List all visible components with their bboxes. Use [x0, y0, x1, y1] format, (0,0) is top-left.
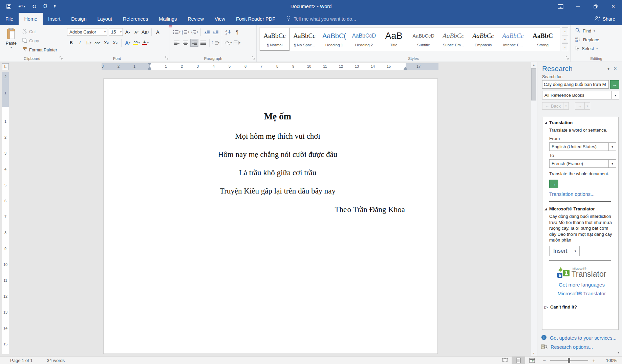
superscript-button[interactable]: X2: [111, 39, 119, 47]
font-color-button[interactable]: A▾: [141, 39, 149, 47]
tab-layout[interactable]: Layout: [92, 13, 117, 25]
paste-button[interactable]: Paste ▾: [3, 28, 20, 49]
redo-button[interactable]: ↻: [32, 3, 36, 10]
line-spacing-button[interactable]: ▾: [212, 39, 220, 47]
underline-dropdown-icon[interactable]: ▾: [90, 41, 91, 44]
borders-button[interactable]: ▾: [233, 39, 241, 47]
reference-source-select[interactable]: All Reference Books ▾: [542, 91, 619, 99]
tab-mailings[interactable]: Mailings: [153, 13, 182, 25]
undo-button[interactable]: ↶▾: [18, 3, 25, 10]
find-button[interactable]: Find ▾: [575, 28, 622, 34]
font-size-combobox[interactable]: 15▾: [109, 28, 123, 36]
font-dialog-launcher-icon[interactable]: [165, 56, 169, 60]
document-scrollbar[interactable]: ▴ ▾: [530, 62, 537, 356]
find-dropdown-icon[interactable]: ▾: [594, 29, 595, 32]
insert-dropdown-icon[interactable]: ▾: [571, 246, 580, 256]
paste-dropdown-icon[interactable]: ▾: [3, 46, 20, 49]
shading-dropdown-icon[interactable]: ▾: [231, 41, 232, 44]
web-layout-button[interactable]: [525, 357, 539, 364]
from-language-dropdown-icon[interactable]: ▾: [608, 143, 616, 151]
font-name-dropdown-icon[interactable]: ▾: [103, 30, 106, 33]
get-more-languages-link[interactable]: Get more languages: [549, 282, 614, 288]
select-button[interactable]: Select ▾: [575, 45, 622, 51]
zoom-out-button[interactable]: −: [539, 358, 550, 363]
scrollbar-thumb[interactable]: [531, 68, 536, 100]
zoom-level[interactable]: 100%: [600, 358, 617, 363]
tab-design[interactable]: Design: [66, 13, 92, 25]
reference-source-dropdown-icon[interactable]: ▾: [612, 91, 619, 99]
subscript-button[interactable]: X2: [102, 39, 110, 47]
align-left-button[interactable]: [173, 39, 181, 47]
tab-references[interactable]: References: [117, 13, 153, 25]
scroll-up-icon[interactable]: ▴: [531, 62, 537, 68]
format-painter-button[interactable]: Format Painter: [22, 47, 57, 53]
copy-button[interactable]: Copy: [22, 38, 57, 44]
to-language-dropdown-icon[interactable]: ▾: [608, 160, 616, 167]
share-button[interactable]: Share: [594, 13, 615, 25]
search-go-button[interactable]: →: [610, 80, 619, 89]
cut-button[interactable]: Cut: [22, 28, 57, 35]
change-case-button[interactable]: Aa▾: [141, 28, 149, 36]
numbering-dropdown-icon[interactable]: ▾: [188, 30, 189, 33]
right-indent-marker[interactable]: [404, 67, 407, 69]
get-updates-link[interactable]: Get updates to your services...: [541, 335, 622, 341]
ribbon-display-options-button[interactable]: [552, 0, 569, 13]
read-mode-button[interactable]: [498, 357, 512, 364]
tab-review[interactable]: Review: [182, 13, 209, 25]
font-name-combobox[interactable]: Adobe Caslor▾: [67, 28, 107, 36]
scroll-down-icon[interactable]: ▾: [531, 350, 537, 356]
left-indent-box-marker[interactable]: [148, 69, 151, 70]
translation-options-link[interactable]: Translation options...: [549, 191, 614, 197]
replace-button[interactable]: abac Replace: [575, 37, 622, 43]
translate-document-button[interactable]: →: [549, 180, 558, 188]
translator-section-header[interactable]: ◢ Microsoft® Translator: [542, 204, 618, 213]
clear-formatting-button[interactable]: A: [154, 28, 162, 36]
first-line-indent-marker[interactable]: [148, 63, 151, 66]
grow-font-button[interactable]: A▴: [124, 28, 132, 36]
close-button[interactable]: ×: [604, 0, 622, 13]
shading-button[interactable]: ▾: [224, 39, 232, 47]
show-hide-pilcrow-button[interactable]: ¶: [233, 28, 241, 36]
tell-me-box[interactable]: Tell me what you want to do...: [286, 13, 356, 25]
customize-qat-button[interactable]: ▾: [54, 5, 56, 8]
symbol-button[interactable]: Ω: [43, 3, 47, 9]
strikethrough-button[interactable]: abc: [93, 39, 102, 47]
text-effects-button[interactable]: A▾: [124, 39, 132, 47]
zoom-slider-thumb[interactable]: [568, 358, 570, 363]
forward-dropdown-icon[interactable]: ▾: [585, 102, 590, 110]
multilevel-dropdown-icon[interactable]: ▾: [197, 30, 198, 33]
bullets-dropdown-icon[interactable]: ▾: [179, 30, 180, 33]
paragraph-dialog-launcher-icon[interactable]: [252, 56, 255, 60]
print-layout-button[interactable]: [512, 357, 525, 364]
highlight-dropdown-icon[interactable]: ▾: [138, 41, 140, 44]
style-intense-e[interactable]: AaBbCc Intense E...: [498, 28, 528, 51]
numbering-button[interactable]: 123▾: [181, 28, 190, 36]
style-heading-1[interactable]: AaBbC( Heading 1: [319, 28, 349, 51]
translation-section-header[interactable]: ◢ Translation: [542, 118, 618, 127]
zoom-slider[interactable]: [550, 360, 588, 361]
style-subtitle[interactable]: AaBbCcD Subtitle: [409, 28, 438, 51]
page-count-status[interactable]: Page 1 of 1: [10, 358, 33, 363]
microsoft-translator-link[interactable]: Microsoft® Translator: [549, 291, 614, 296]
style-subtle-em[interactable]: AaBbCc Subtle Em...: [438, 28, 468, 51]
bold-button[interactable]: B: [67, 39, 75, 47]
pane-close-icon[interactable]: ×: [612, 66, 619, 72]
select-dropdown-icon[interactable]: ▾: [596, 47, 598, 50]
to-language-select[interactable]: French (France) ▾: [549, 159, 616, 168]
search-input[interactable]: [542, 80, 609, 89]
highlight-button[interactable]: ab▾: [132, 39, 141, 47]
tab-file[interactable]: File: [0, 13, 19, 25]
back-button[interactable]: ←Back: [542, 102, 563, 110]
word-count-status[interactable]: 34 words: [47, 358, 65, 363]
tab-insert[interactable]: Insert: [43, 13, 66, 25]
left-indent-marker[interactable]: [148, 66, 151, 69]
styles-scroll-down-icon[interactable]: ▾: [562, 36, 568, 43]
tab-foxit-reader-pdf[interactable]: Foxit Reader PDF: [231, 13, 281, 25]
sort-button[interactable]: AZ: [224, 28, 232, 36]
style-strong[interactable]: AaBbC Strong: [528, 28, 558, 51]
pane-scroll-down-icon[interactable]: ▾: [616, 350, 621, 355]
minimize-button[interactable]: [569, 0, 587, 13]
clipboard-dialog-launcher-icon[interactable]: [59, 56, 63, 60]
styles-scroll-up-icon[interactable]: ▴: [562, 27, 568, 35]
tab-view[interactable]: View: [209, 13, 231, 25]
